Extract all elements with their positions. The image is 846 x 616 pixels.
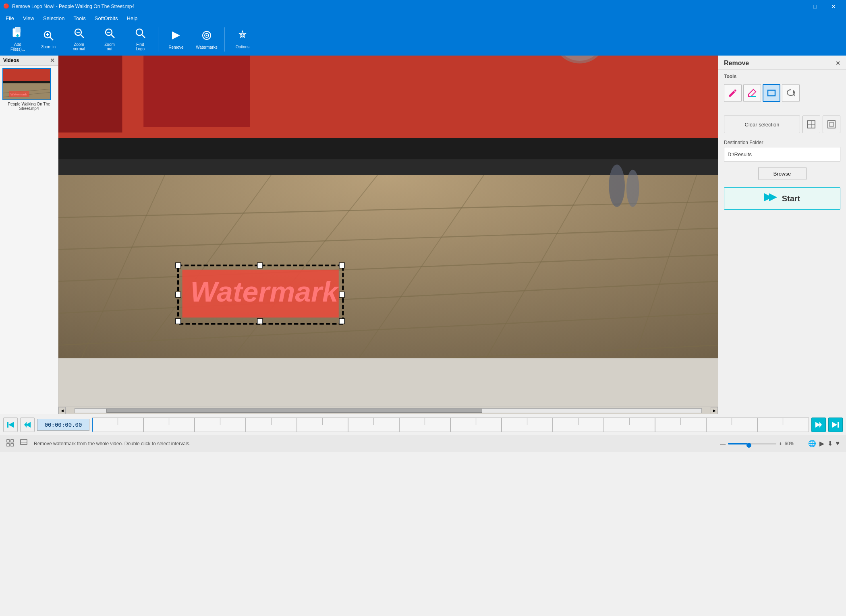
close-button[interactable]: ✕: [824, 0, 843, 13]
options-button[interactable]: Options: [228, 25, 257, 54]
tools-section-label: Tools: [718, 70, 846, 82]
menu-file[interactable]: File: [2, 13, 18, 23]
watermarks-button[interactable]: Watermarks: [192, 25, 221, 54]
svg-point-14: [136, 29, 143, 35]
maximize-button[interactable]: □: [806, 0, 824, 13]
fit-height-button[interactable]: [823, 116, 840, 133]
menu-tools[interactable]: Tools: [69, 13, 89, 23]
menu-view[interactable]: View: [19, 13, 38, 23]
last-frame-button[interactable]: [828, 418, 843, 432]
svg-rect-55: [175, 263, 180, 268]
svg-marker-16: [172, 31, 180, 39]
next-frame-button[interactable]: [811, 418, 826, 432]
remove-button[interactable]: Remove: [162, 25, 191, 54]
zoom-in-button[interactable]: Zoom in: [34, 25, 63, 54]
snap-grid-icon: [6, 439, 14, 446]
right-panel-close-button[interactable]: ✕: [836, 60, 840, 66]
zoom-controls: — + 60% 🌐 ▶ ⬇ ♥: [720, 440, 840, 447]
menu-softorbits[interactable]: SoftOrbits: [91, 13, 122, 23]
clear-selection-button[interactable]: Clear selection: [724, 116, 800, 133]
add-files-button[interactable]: AddFile(s)...: [3, 25, 32, 54]
svg-rect-109: [7, 440, 9, 442]
zoom-normal-label: Zoomnormal: [73, 42, 85, 51]
timeline-ruler[interactable]: [92, 418, 809, 432]
svg-rect-64: [768, 90, 775, 96]
eraser-tool-button[interactable]: [743, 84, 761, 102]
find-logo-label: FindLogo: [136, 42, 145, 51]
lasso-tool-button[interactable]: [782, 84, 800, 102]
menu-bar: File View Selection Tools SoftOrbits Hel…: [0, 13, 846, 23]
svg-line-9: [81, 35, 84, 38]
add-files-label: AddFile(s)...: [10, 42, 25, 52]
destination-input[interactable]: [724, 147, 840, 161]
scroll-left-button[interactable]: ◀: [58, 407, 66, 414]
start-label: Start: [782, 194, 800, 203]
fit-height-icon: [827, 120, 836, 129]
play-icon[interactable]: ▶: [819, 440, 824, 447]
pencil-icon: [728, 88, 738, 98]
title-bar-left: 🔴 Remove Logo Now! - People Walking On T…: [3, 3, 135, 10]
snap-grid-button[interactable]: [6, 439, 14, 448]
status-left: Remove watermark from the whole video. D…: [6, 439, 191, 448]
rewind-icon: [6, 421, 15, 429]
heart-icon[interactable]: ♥: [836, 440, 840, 447]
toolbar: AddFile(s)... Zoom in Zoomnormal Zoomout…: [0, 23, 846, 56]
svg-text:Watermark: Watermark: [190, 275, 339, 308]
fit-width-icon: [807, 120, 816, 129]
video-thumb-image: Watermark: [3, 69, 50, 99]
svg-marker-72: [769, 193, 777, 201]
svg-line-5: [50, 37, 53, 40]
pencil-tool-button[interactable]: [724, 84, 742, 102]
remove-icon: [170, 30, 182, 43]
destination-label: Destination Folder: [724, 140, 840, 145]
prev-frame-button[interactable]: [20, 418, 35, 432]
arrow-right-icon: [764, 192, 777, 203]
zoom-in-status-button[interactable]: +: [779, 440, 782, 447]
svg-rect-108: [838, 422, 839, 428]
scroll-right-button[interactable]: ▶: [711, 407, 718, 414]
snap-view-button[interactable]: [20, 439, 27, 448]
panel-close-button[interactable]: ✕: [50, 57, 55, 64]
zoom-in-label: Zoom in: [41, 45, 56, 49]
video-thumbnail-container[interactable]: Watermark People Walking On The Street.m…: [0, 66, 58, 113]
find-logo-button[interactable]: FindLogo: [126, 25, 155, 54]
svg-marker-76: [24, 422, 27, 428]
remove-label: Remove: [168, 45, 183, 50]
svg-marker-74: [8, 422, 14, 428]
zoom-out-button[interactable]: Zoomout: [95, 25, 124, 54]
add-files-icon: [12, 27, 23, 41]
start-arrow-icon: [764, 192, 777, 205]
download-icon[interactable]: ⬇: [827, 440, 833, 447]
zoom-normal-button[interactable]: Zoomnormal: [64, 25, 93, 54]
menu-selection[interactable]: Selection: [39, 13, 68, 23]
selection-row: Clear selection: [718, 112, 846, 136]
zoom-out-label: Zoomout: [104, 42, 115, 51]
fit-width-button[interactable]: [802, 116, 820, 133]
toolbar-sep2: [224, 27, 225, 52]
svg-rect-60: [339, 318, 344, 324]
browse-button[interactable]: Browse: [758, 167, 807, 180]
status-message: Remove watermark from the whole video. D…: [34, 441, 191, 446]
zoom-slider[interactable]: [728, 443, 776, 444]
svg-rect-58: [175, 318, 180, 324]
menu-help[interactable]: Help: [123, 13, 142, 23]
web-icon[interactable]: 🌐: [808, 440, 816, 447]
rewind-button[interactable]: [3, 418, 18, 432]
svg-rect-70: [829, 122, 834, 126]
video-file-label: People Walking On The Street.mp4: [2, 102, 56, 111]
left-panel: Videos ✕ Watermar: [0, 56, 58, 414]
zoom-out-icon: [104, 28, 115, 41]
scrollbar-thumb[interactable]: [106, 409, 482, 413]
zoom-out-status-button[interactable]: —: [720, 440, 726, 447]
below-video-area: [58, 358, 718, 407]
svg-rect-111: [7, 444, 9, 446]
svg-rect-113: [21, 440, 27, 444]
minimize-button[interactable]: —: [787, 0, 806, 13]
options-icon: [237, 30, 248, 43]
rectangle-tool-button[interactable]: [763, 84, 780, 102]
svg-marker-106: [819, 422, 822, 428]
next-frame-icon: [815, 421, 823, 429]
video-canvas: Watermark ◀ ▶: [58, 56, 718, 414]
start-button[interactable]: Start: [724, 187, 840, 210]
lasso-icon: [786, 88, 796, 98]
